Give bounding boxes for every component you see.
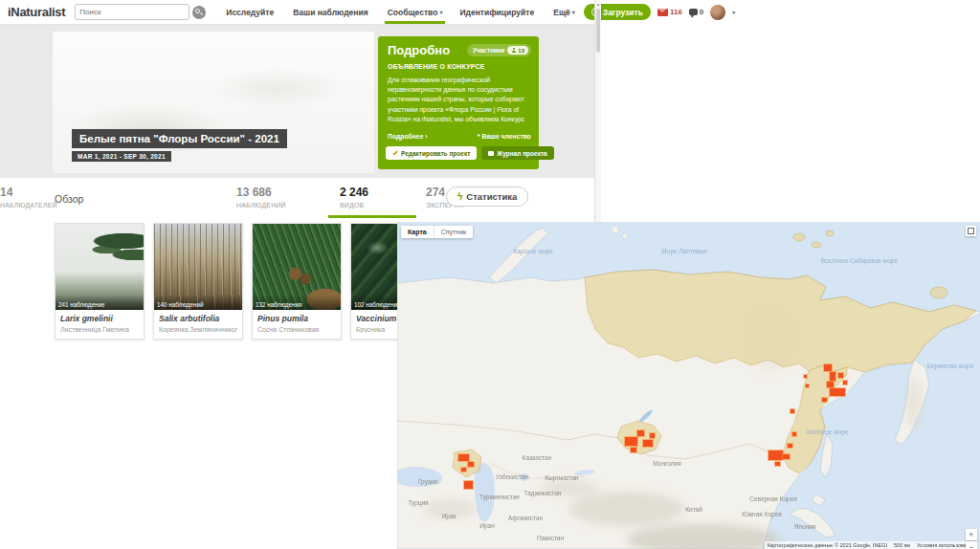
observation-marker[interactable] — [461, 468, 466, 472]
species-photo[interactable]: 140 наблюдений — [154, 224, 242, 310]
stat-label: ВИДОВ — [340, 202, 368, 209]
observation-marker[interactable] — [468, 462, 474, 467]
more-link[interactable]: Подробнее › — [388, 133, 428, 140]
project-journal-label: Журнал проекта — [497, 150, 546, 157]
map-label-text: Карское море — [513, 248, 553, 254]
project-journal-button[interactable]: Журнал проекта — [481, 146, 553, 160]
zoom-out-button[interactable]: − — [966, 541, 977, 549]
search-input[interactable] — [75, 4, 189, 20]
stat-tab[interactable]: 2 246 ВИДОВ — [340, 186, 368, 218]
members-pill[interactable]: Участники 13 — [467, 44, 531, 56]
map-label: Карское море — [513, 248, 553, 254]
species-scientific-name[interactable]: Salix arbutifolia — [159, 314, 237, 323]
species-card[interactable]: 241 наблюдение Larix gmelinii Лиственниц… — [55, 223, 145, 340]
map-label: Иран — [479, 522, 495, 529]
observation-marker[interactable] — [830, 388, 845, 396]
nav-link[interactable]: Ещё▾ — [545, 0, 584, 24]
map-label-text: Иран — [479, 522, 495, 529]
observation-marker[interactable] — [838, 373, 843, 378]
map-label-text: Китай — [685, 506, 702, 513]
about-links-row: Подробнее › *Ваше членство — [388, 133, 531, 140]
observations-map[interactable]: Карское мореМоре ЛаптевыхВосточно-Сибирс… — [397, 222, 980, 549]
observation-marker[interactable] — [768, 450, 783, 460]
observation-marker[interactable] — [804, 375, 807, 378]
observation-marker[interactable] — [788, 444, 792, 448]
nav-link[interactable]: Сообщество▾ — [379, 0, 452, 24]
species-info: Pinus pumila Сосна Стланиковая — [253, 310, 341, 339]
flower-icon: * — [477, 134, 479, 140]
stat-value: 13 686 — [236, 186, 286, 199]
stat-tab[interactable]: 14 НАБЛЮДАТЕЛЕЙ — [0, 186, 57, 218]
species-card-list: 241 наблюдение Larix gmelinii Лиственниц… — [55, 223, 440, 340]
observation-marker[interactable] — [830, 372, 835, 381]
observation-marker[interactable] — [464, 481, 473, 489]
tab-overview[interactable]: Обзор — [55, 193, 83, 205]
map-attribution: Картографические данные © 2021 Google, I… — [765, 541, 978, 549]
pencil-icon — [392, 150, 398, 155]
map-label: Грузия — [418, 478, 437, 485]
observation-marker[interactable] — [792, 432, 796, 436]
project-title: Белые пятна "Флоры России" - 2021 — [72, 129, 287, 148]
species-card[interactable]: 132 наблюдения Pinus pumila Сосна Стлани… — [252, 223, 342, 340]
observation-marker[interactable] — [827, 382, 834, 387]
upload-label: Загрузить — [603, 8, 643, 17]
inbox-count: 116 — [670, 8, 682, 16]
scroll-up-arrow[interactable]: ▴ — [595, 1, 601, 7]
map-label-text: Море Лаптевых — [661, 248, 706, 254]
zoom-in-button[interactable]: + — [966, 529, 977, 540]
observation-marker[interactable] — [822, 398, 827, 402]
species-scientific-name[interactable]: Pinus pumila — [257, 314, 336, 323]
observation-marker[interactable] — [631, 448, 636, 452]
inbox-button[interactable]: 116 — [657, 8, 682, 16]
species-common-name: Сосна Стланиковая — [257, 326, 336, 333]
observation-count-badge: 241 наблюдение — [56, 295, 144, 310]
observation-marker[interactable] — [824, 364, 832, 371]
statistics-button[interactable]: ϟСтатистика — [446, 187, 528, 207]
fullscreen-button[interactable] — [966, 226, 976, 236]
inaturalist-logo[interactable]: iNaturalist — [8, 5, 65, 19]
nav-link[interactable]: Исследуйте — [217, 0, 284, 24]
map-view-button[interactable]: Карта — [401, 226, 434, 238]
observation-marker[interactable] — [458, 454, 469, 461]
observation-marker[interactable] — [791, 409, 794, 413]
stat-label: НАБЛЮДЕНИЙ — [236, 202, 286, 209]
comments-button[interactable]: 0 — [689, 8, 703, 16]
species-photo[interactable]: 132 наблюдения — [253, 224, 341, 310]
observation-marker[interactable] — [650, 433, 655, 438]
map-label-text: Грузия — [418, 478, 437, 485]
search-button[interactable] — [192, 6, 206, 19]
nav-link[interactable]: Идентифицируйте — [451, 0, 545, 24]
map-label-text: Южная Корея — [742, 511, 782, 517]
chevron-down-icon[interactable]: ▾ — [732, 9, 735, 15]
satellite-view-button[interactable]: Спутник — [434, 226, 473, 238]
membership-link[interactable]: *Ваше членство — [477, 133, 531, 140]
nav-link-label: Ещё — [553, 8, 570, 17]
observation-marker[interactable] — [783, 454, 790, 459]
stats-bar: Обзор 13 686 НАБЛЮДЕНИЙ 2 246 ВИДОВ 274 … — [0, 178, 601, 222]
observation-marker[interactable] — [637, 430, 644, 436]
map-label-text: Турция — [408, 499, 428, 506]
page-scrollbar[interactable]: ▴ — [594, 0, 601, 222]
map-label-text: Казахстан — [523, 454, 551, 461]
map-label: Китай — [685, 506, 702, 513]
observation-marker[interactable] — [806, 384, 809, 387]
map-label-text: Узбекистан — [496, 473, 528, 480]
edit-project-button[interactable]: Редактировать проект — [386, 146, 477, 160]
scrollbar-thumb[interactable] — [596, 9, 600, 53]
nav-link[interactable]: Ваши наблюдения — [284, 0, 378, 24]
species-photo[interactable]: 241 наблюдение — [56, 224, 144, 310]
map-label-text: Берингово море — [927, 362, 974, 369]
map-label: Узбекистан — [496, 473, 528, 480]
observation-marker[interactable] — [775, 462, 780, 466]
observation-marker[interactable] — [625, 437, 637, 446]
species-card[interactable]: 140 наблюдений Salix arbutifolia Кореянк… — [153, 223, 243, 340]
observation-marker[interactable] — [843, 381, 847, 384]
fullscreen-icon — [968, 228, 974, 234]
species-scientific-name[interactable]: Larix gmelinii — [60, 314, 139, 323]
stat-tab[interactable]: 13 686 НАБЛЮДЕНИЙ — [236, 186, 286, 218]
species-info: Salix arbutifolia Кореянка Земляничникол… — [154, 310, 242, 339]
map-zoom-controls: + − — [966, 529, 977, 549]
avatar[interactable] — [710, 5, 725, 20]
observation-marker[interactable] — [643, 440, 653, 447]
map-type-control: Карта Спутник — [401, 226, 473, 238]
